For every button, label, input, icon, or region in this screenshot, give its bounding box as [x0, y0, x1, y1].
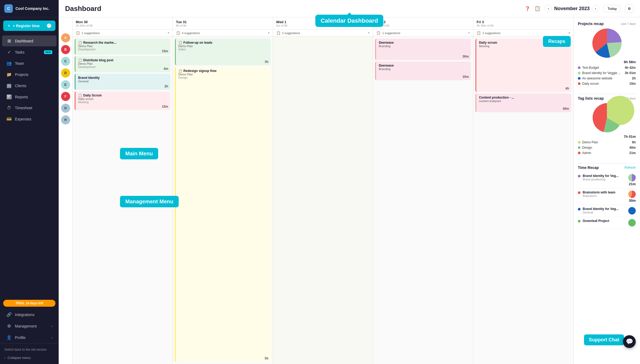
sidebar-item-label: Projects	[15, 72, 29, 77]
suggestions-bar[interactable]: 📋 2 suggestions ▾	[473, 30, 573, 37]
next-month-button[interactable]: ›	[592, 5, 599, 12]
column-header-thu: Thu 2 40m of 8h	[373, 17, 473, 30]
sidebar-item-dashboard[interactable]: ⊞ Dashboard	[2, 35, 57, 46]
event-card[interactable]: Content production - ... content analyse…	[475, 94, 571, 112]
chevron-down-icon: ▾	[569, 31, 570, 35]
avatar	[628, 191, 636, 198]
suggestions-bar[interactable]: 📋 1 suggestions ▾	[373, 30, 473, 37]
avatar: D	[61, 68, 70, 78]
sidebar-item-label: Integrations	[15, 313, 34, 317]
timer-icon: ⏱	[6, 106, 12, 110]
event-card[interactable]: 📋Distribute blog post Demo Plan Developm…	[75, 56, 170, 72]
avatar: G	[61, 104, 70, 113]
time-item-duration: 21m	[629, 182, 636, 186]
legend-item: Test Budget 4h 42m	[578, 65, 636, 70]
event-card[interactable]: Brand Identity General 2h	[75, 74, 170, 90]
suggestions-bar[interactable]: 📋 2 suggestions ▾	[273, 30, 373, 37]
column-body-wed	[273, 37, 373, 364]
event-project: Branding	[379, 67, 468, 71]
avatar: E	[61, 80, 70, 89]
register-time-label: + Register time	[13, 24, 40, 28]
sidebar-item-label: Clients	[15, 84, 26, 88]
sidebar-item-timesheet[interactable]: ⏱ Timesheet	[2, 103, 57, 113]
time-recap-section: Time Recap Refresh Brand Identity for Ve…	[578, 165, 636, 229]
suggestions-text: 2 suggestions	[482, 31, 567, 35]
prev-month-button[interactable]: ‹	[545, 5, 552, 12]
switch-back-link[interactable]: Switch back to the old version	[2, 346, 57, 354]
day-label: Mon 30	[76, 20, 169, 24]
projects-legend: Test Budget 4h 42m Brand Identity for Ve…	[578, 65, 636, 86]
chevron-down-icon: ▾	[368, 31, 370, 35]
event-card[interactable]: Deerwave Branding 30m	[375, 39, 471, 60]
suggestions-text: 2 suggestions	[282, 31, 367, 35]
event-card[interactable]: 📋Research the marke... Demo Plan Develop…	[75, 39, 170, 55]
recaps-button[interactable]: Recaps	[543, 36, 571, 47]
month-navigation: ‹ November 2023 ›	[545, 5, 599, 12]
event-card[interactable]: 📋Follow-up on leads Demo Plan Sales 3h	[175, 39, 271, 65]
projects-recap-period: Last 7 days	[621, 22, 636, 25]
suggestions-bar[interactable]: 📋 1 suggestions ▾	[73, 30, 173, 37]
sidebar-item-label: Expenses	[15, 117, 31, 121]
event-title: 📋Research the marke...	[78, 41, 168, 45]
sidebar-item-management[interactable]: ⚙ Management ›	[2, 321, 57, 331]
sidebar-item-projects[interactable]: 📁 Projects	[2, 69, 57, 80]
time-item-name: Brand Identity for Veg...	[583, 207, 626, 211]
ms-icon: 📋	[176, 31, 180, 35]
trial-badge: TRIAL 14 days left	[3, 300, 55, 307]
gear-icon: ⚙	[628, 7, 631, 11]
day-label: Tue 31	[176, 20, 270, 24]
ms-office-icon[interactable]: 📋	[534, 6, 540, 11]
event-card[interactable]: 📋 Daily Scrum Daily scrum Meeting 15m	[75, 91, 170, 110]
hours-label: 2h 34m of 8h	[76, 24, 169, 27]
ms-icon: 📋	[276, 31, 281, 35]
sidebar-item-label: Profile	[15, 335, 26, 340]
sidebar-item-reports[interactable]: 📊 Reports	[2, 91, 57, 102]
clock-icon: 🕐	[46, 23, 52, 28]
sidebar-item-tasks[interactable]: ✓ Tasks NEW	[2, 47, 57, 58]
projects-recap-title: Projects recap	[578, 22, 604, 26]
time-item-info: Brainstorm with team Brainstorm	[583, 191, 626, 197]
calendar-dashboard-tooltip: Calendar Dashboard	[315, 15, 383, 27]
day-label: Fri 3	[477, 20, 570, 24]
refresh-button[interactable]: Refresh	[625, 166, 636, 169]
event-duration: 15m	[162, 105, 168, 108]
legend-dot	[578, 77, 581, 80]
sidebar-item-clients[interactable]: 🏢 Clients	[2, 80, 57, 91]
settings-button[interactable]: ⚙	[625, 4, 634, 13]
sidebar-item-label: Reports	[15, 95, 28, 99]
collapse-menu-button[interactable]: ‹ Collapse menu	[2, 354, 57, 362]
event-card[interactable]: Deerwave Branding 10m	[375, 62, 471, 80]
sidebar-item-label: Management	[15, 324, 37, 328]
event-card[interactable]: 📋Redesign signup flow Demo Plan Design 5…	[175, 67, 271, 362]
ms-icon: 📋	[76, 31, 80, 35]
time-item-dot	[578, 208, 581, 211]
event-duration: 40m	[563, 107, 569, 111]
avatar: A	[61, 33, 70, 42]
register-time-button[interactable]: ＋ + Register time 🕐	[3, 21, 55, 31]
day-columns: Mon 30 2h 34m of 8h 📋 1 suggestions ▾ 📋R…	[73, 17, 573, 364]
column-header-tue: Tue 31 8h of 8h	[173, 17, 273, 30]
today-button[interactable]: Today	[603, 5, 621, 12]
column-mon: Mon 30 2h 34m of 8h 📋 1 suggestions ▾ 📋R…	[73, 17, 173, 364]
suggestions-bar[interactable]: 📋 4 suggestions ▾	[173, 30, 273, 37]
time-item-name: Greenleaf Project	[583, 219, 626, 223]
sidebar-item-integrations[interactable]: 🔗 Integrations	[2, 309, 57, 320]
hours-label: 4h 40m of 8h	[477, 24, 570, 27]
event-project: Demo Plan	[178, 45, 268, 48]
chat-bubble-button[interactable]: 💬	[623, 335, 636, 348]
time-recap-title: Time Recap	[578, 165, 599, 170]
team-icon: 👥	[6, 61, 12, 66]
time-recap-header: Time Recap Refresh	[578, 165, 636, 170]
event-project: content analyses	[479, 99, 569, 103]
event-project: General	[78, 80, 168, 83]
sidebar-item-team[interactable]: 👥 Team	[2, 58, 57, 69]
calendar-grid: A B C D E F G H Mon 30 2h 34m of 8h	[59, 17, 573, 364]
help-icon[interactable]: ❓	[525, 6, 530, 11]
chevron-down-icon: ▾	[468, 31, 470, 35]
time-item-dot	[578, 191, 581, 194]
ms-icon: 📋	[376, 31, 381, 35]
avatar: B	[61, 45, 70, 54]
sidebar-item-expenses[interactable]: 💳 Expenses	[2, 114, 57, 124]
page-header: Dashboard ❓ 📋 ‹ November 2023 › Today ⚙ …	[59, 0, 640, 17]
sidebar-item-profile[interactable]: 👤 Profile ›	[2, 332, 57, 343]
